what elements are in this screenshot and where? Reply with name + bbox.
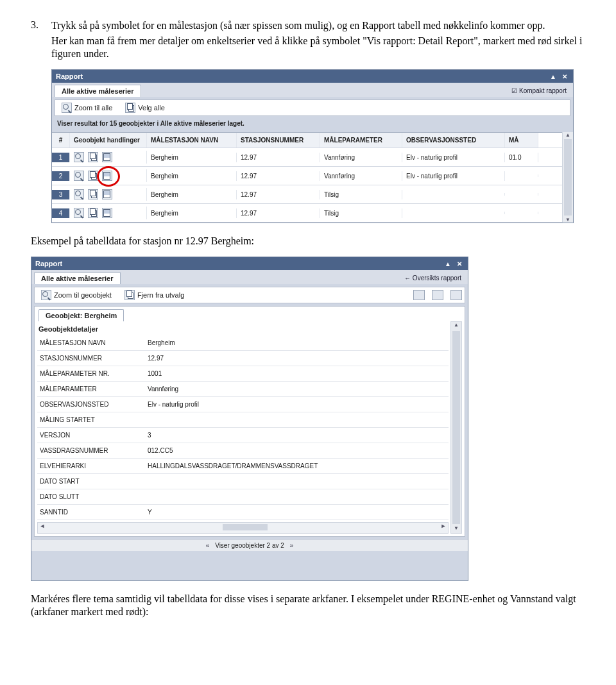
kv-row: MÅLEPARAMETER NR.1001 xyxy=(37,366,449,382)
pager-bar: « Viser geoobjekter 2 av 2 » xyxy=(31,539,468,551)
select-icon[interactable] xyxy=(88,152,98,162)
detail-report-icon[interactable] xyxy=(102,152,112,162)
scroll-thumb[interactable] xyxy=(452,331,460,524)
report-panel-detail: Rapport ▲ ✕ Alle aktive måleserier ← Ove… xyxy=(31,257,468,581)
grid-header-row: # Geoobjekt handlinger MÅLESTASJON NAVN … xyxy=(52,133,562,148)
kv-row: DATO START xyxy=(37,474,449,489)
view-button-2[interactable] xyxy=(432,290,443,300)
row-actions xyxy=(70,207,147,219)
close-icon[interactable]: ✕ xyxy=(455,259,464,268)
arrow-left-icon: ← xyxy=(404,275,413,282)
vertical-scrollbar[interactable]: ▲ ▼ xyxy=(562,132,573,223)
vertical-scrollbar[interactable]: ▲ ▼ xyxy=(450,321,462,534)
row-index: 3 xyxy=(52,190,70,199)
scroll-down-icon[interactable]: ▼ xyxy=(565,217,570,223)
select-icon xyxy=(125,103,135,113)
kv-row: VERSJON3 xyxy=(37,428,449,443)
zoom-all-button[interactable]: Zoom til alle xyxy=(58,102,116,114)
detail-report-icon[interactable] xyxy=(102,208,112,218)
select-all-button[interactable]: Velg alle xyxy=(121,102,169,114)
remove-from-selection-button[interactable]: Fjern fra utvalg xyxy=(121,289,188,301)
close-icon[interactable]: ✕ xyxy=(560,72,569,81)
section-title: Geoobjektdetaljer xyxy=(37,321,449,335)
detail-report-icon[interactable] xyxy=(102,189,112,199)
mid-text: Eksempel på tabelldata for stasjon nr 12… xyxy=(31,235,585,248)
view-button-1[interactable] xyxy=(413,290,425,300)
tab-alle-aktive[interactable]: Alle aktive måleserier xyxy=(34,272,121,284)
table-row[interactable]: 4 Bergheim 12.97 Tilsig xyxy=(52,204,562,223)
kv-row: DATO SLUTT xyxy=(37,489,449,505)
panel-title: Rapport xyxy=(35,260,62,267)
row-index: 2 xyxy=(52,171,70,181)
row-index: 1 xyxy=(52,153,70,162)
magnifier-icon xyxy=(41,290,51,300)
list-number: 3. xyxy=(31,19,51,32)
remove-icon xyxy=(124,290,135,300)
zoom-icon[interactable] xyxy=(74,171,84,181)
kv-row: MÅLEPARAMETERVannføring xyxy=(37,382,449,397)
red-circle-annotation xyxy=(97,166,120,187)
end-text: Markéres flere tema samtidig vil tabelld… xyxy=(31,593,585,618)
pager-next[interactable]: » xyxy=(286,542,298,549)
check-icon: ☑ xyxy=(511,87,519,94)
select-icon[interactable] xyxy=(88,189,98,199)
pager-status: Viser geoobjekter 2 av 2 xyxy=(215,542,284,549)
row-actions xyxy=(70,188,147,201)
col-actions[interactable]: Geoobjekt handlinger xyxy=(70,133,147,148)
scroll-thumb[interactable] xyxy=(564,139,572,216)
kv-row: SANNTIDY xyxy=(37,505,449,520)
tab-alle-aktive[interactable]: Alle aktive måleserier xyxy=(55,85,141,97)
oversikt-rapport-link[interactable]: ← Oversikts rapport xyxy=(404,275,465,282)
panel-header: Rapport ▲ ✕ xyxy=(31,257,468,270)
kv-row: VASSDRAGSNUMMER012.CC5 xyxy=(37,443,449,459)
tab-bar: Alle aktive måleserier ← Oversikts rappo… xyxy=(31,270,468,284)
scroll-right-icon[interactable]: ► xyxy=(439,523,448,532)
zoom-icon[interactable] xyxy=(74,189,84,199)
collapse-icon[interactable]: ▲ xyxy=(549,72,558,81)
scroll-left-icon[interactable]: ◄ xyxy=(38,523,47,532)
scroll-up-icon[interactable]: ▲ xyxy=(454,322,459,330)
zoom-icon[interactable] xyxy=(74,208,84,218)
panel-header: Rapport ▲ ✕ xyxy=(52,70,573,83)
kv-row: STASJONSNUMMER12.97 xyxy=(37,351,449,366)
col-obs[interactable]: OBSERVASJONSSTED xyxy=(402,133,505,148)
col-param[interactable]: MÅLEPARAMETER xyxy=(320,133,402,148)
inner-tab-geoobjekt[interactable]: Geoobjekt: Bergheim xyxy=(38,309,124,321)
col-name[interactable]: MÅLESTASJON NAVN xyxy=(147,133,237,148)
table-row[interactable]: 3 Bergheim 12.97 Tilsig xyxy=(52,185,562,204)
row-index: 4 xyxy=(52,208,70,218)
kv-row: ELVEHIERARKIHALLINGDALSVASSDRAGET/DRAMME… xyxy=(37,459,449,474)
row-actions xyxy=(70,151,147,164)
kv-row: MÅLESTASJON NAVNBergheim xyxy=(37,335,449,351)
scroll-up-icon[interactable]: ▲ xyxy=(565,132,570,138)
col-index[interactable]: # xyxy=(52,133,70,148)
step-3-text: Trykk så på symbolet for en målestasjon … xyxy=(51,19,545,32)
step-3b-text: Her kan man få frem mer detaljer om enke… xyxy=(31,35,585,60)
zoom-geoobject-button[interactable]: Zoom til geoobjekt xyxy=(37,289,116,301)
select-icon[interactable] xyxy=(88,208,98,218)
horizontal-scrollbar[interactable]: ◄ ► xyxy=(37,522,449,534)
table-row[interactable]: 1 Bergheim 12.97 Vannføring Elv - naturl… xyxy=(52,148,562,167)
col-number[interactable]: STASJONSNUMMER xyxy=(237,133,320,148)
collapse-icon[interactable]: ▲ xyxy=(443,259,452,268)
result-status: Viser resultat for 15 geoobjekter i Alle… xyxy=(52,119,573,132)
scroll-thumb[interactable] xyxy=(223,524,268,530)
kv-row: OBSERVASJONSSTEDElv - naturlig profil xyxy=(37,397,449,412)
pager-prev[interactable]: « xyxy=(202,542,214,549)
kv-row: MÅLING STARTET xyxy=(37,412,449,428)
table-row[interactable]: 2 Bergheim 12.97 Vannføring Elv - naturl… xyxy=(52,167,562,185)
magnifier-icon xyxy=(62,103,72,113)
zoom-icon[interactable] xyxy=(74,152,84,162)
view-button-3[interactable] xyxy=(450,290,462,300)
col-last[interactable]: MÅ xyxy=(505,133,538,148)
toolbar: Zoom til alle Velg alle xyxy=(55,99,570,116)
scroll-down-icon[interactable]: ▼ xyxy=(454,525,459,533)
kompakt-rapport-link[interactable]: ☑ Kompakt rapport xyxy=(511,87,570,94)
report-panel-overview: Rapport ▲ ✕ Alle aktive måleserier ☑ Kom… xyxy=(51,69,574,223)
panel-title: Rapport xyxy=(56,72,83,80)
toolbar: Zoom til geoobjekt Fjern fra utvalg xyxy=(34,287,465,303)
tab-bar: Alle aktive måleserier ☑ Kompakt rapport xyxy=(52,83,573,97)
